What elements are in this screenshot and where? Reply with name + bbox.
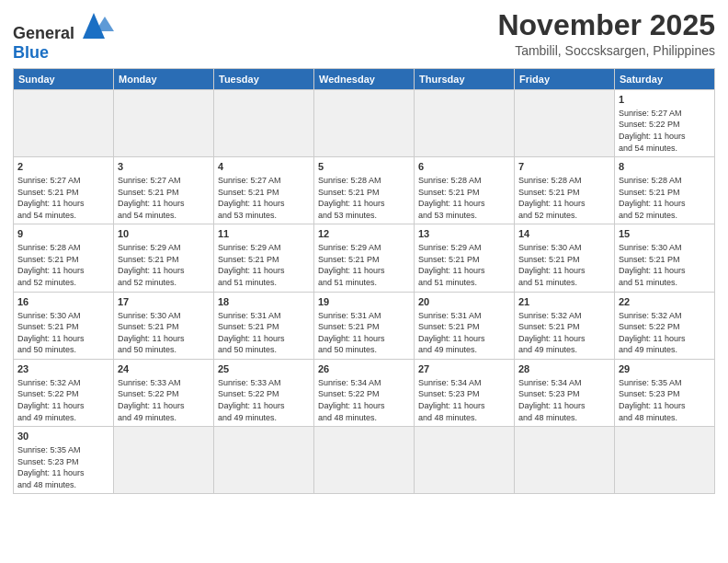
calendar-week-3: 16Sunrise: 5:30 AM Sunset: 5:21 PM Dayli… [14, 292, 715, 359]
calendar-cell: 9Sunrise: 5:28 AM Sunset: 5:21 PM Daylig… [14, 224, 114, 292]
day-info: Sunrise: 5:30 AM Sunset: 5:21 PM Dayligh… [17, 310, 109, 356]
day-number: 27 [418, 362, 510, 376]
day-info: Sunrise: 5:34 AM Sunset: 5:23 PM Dayligh… [418, 377, 510, 423]
calendar-cell: 2Sunrise: 5:27 AM Sunset: 5:21 PM Daylig… [14, 157, 114, 224]
calendar-cell: 18Sunrise: 5:31 AM Sunset: 5:21 PM Dayli… [214, 292, 314, 359]
day-info: Sunrise: 5:27 AM Sunset: 5:21 PM Dayligh… [118, 175, 210, 221]
calendar-cell-empty [114, 90, 214, 157]
day-info: Sunrise: 5:34 AM Sunset: 5:22 PM Dayligh… [318, 377, 410, 423]
calendar-cell: 7Sunrise: 5:28 AM Sunset: 5:21 PM Daylig… [515, 157, 615, 224]
col-header-tuesday: Tuesday [214, 69, 314, 90]
day-info: Sunrise: 5:30 AM Sunset: 5:21 PM Dayligh… [619, 242, 711, 288]
calendar-cell: 14Sunrise: 5:30 AM Sunset: 5:21 PM Dayli… [515, 224, 615, 292]
calendar-cell-empty [214, 427, 314, 494]
day-info: Sunrise: 5:27 AM Sunset: 5:21 PM Dayligh… [17, 175, 109, 221]
day-info: Sunrise: 5:32 AM Sunset: 5:21 PM Dayligh… [518, 310, 610, 356]
day-info: Sunrise: 5:29 AM Sunset: 5:21 PM Dayligh… [218, 242, 310, 288]
day-info: Sunrise: 5:34 AM Sunset: 5:23 PM Dayligh… [518, 377, 610, 423]
day-number: 11 [218, 227, 310, 241]
day-number: 25 [218, 362, 310, 376]
calendar-cell: 12Sunrise: 5:29 AM Sunset: 5:21 PM Dayli… [314, 224, 415, 292]
calendar-cell: 26Sunrise: 5:34 AM Sunset: 5:22 PM Dayli… [314, 359, 415, 426]
day-info: Sunrise: 5:29 AM Sunset: 5:21 PM Dayligh… [318, 242, 410, 288]
day-info: Sunrise: 5:28 AM Sunset: 5:21 PM Dayligh… [518, 175, 610, 221]
day-info: Sunrise: 5:30 AM Sunset: 5:21 PM Dayligh… [118, 310, 210, 356]
calendar-cell-empty [314, 427, 415, 494]
logo-blue: Blue [13, 43, 49, 62]
col-header-sunday: Sunday [14, 69, 114, 90]
calendar-cell: 25Sunrise: 5:33 AM Sunset: 5:22 PM Dayli… [214, 359, 314, 426]
calendar-cell: 28Sunrise: 5:34 AM Sunset: 5:23 PM Dayli… [515, 359, 615, 426]
day-number: 17 [118, 295, 210, 309]
header: General Blue November 2025 Tambilil, Soc… [13, 9, 715, 63]
calendar-week-5: 30Sunrise: 5:35 AM Sunset: 5:23 PM Dayli… [14, 427, 715, 494]
title-area: November 2025 Tambilil, Soccsksargen, Ph… [497, 9, 715, 58]
calendar-cell: 24Sunrise: 5:33 AM Sunset: 5:22 PM Dayli… [114, 359, 214, 426]
day-number: 22 [619, 295, 711, 309]
col-header-wednesday: Wednesday [314, 69, 415, 90]
calendar-cell: 11Sunrise: 5:29 AM Sunset: 5:21 PM Dayli… [214, 224, 314, 292]
day-number: 14 [518, 227, 610, 241]
calendar-cell: 5Sunrise: 5:28 AM Sunset: 5:21 PM Daylig… [314, 157, 415, 224]
day-info: Sunrise: 5:31 AM Sunset: 5:21 PM Dayligh… [218, 310, 310, 356]
day-number: 6 [418, 160, 510, 174]
day-number: 8 [619, 160, 711, 174]
day-number: 21 [518, 295, 610, 309]
calendar-cell: 13Sunrise: 5:29 AM Sunset: 5:21 PM Dayli… [415, 224, 515, 292]
calendar-cell: 27Sunrise: 5:34 AM Sunset: 5:23 PM Dayli… [415, 359, 515, 426]
day-info: Sunrise: 5:28 AM Sunset: 5:21 PM Dayligh… [17, 242, 109, 288]
day-info: Sunrise: 5:32 AM Sunset: 5:22 PM Dayligh… [619, 310, 711, 356]
calendar-cell-empty [415, 427, 515, 494]
page: General Blue November 2025 Tambilil, Soc… [0, 0, 728, 563]
day-info: Sunrise: 5:30 AM Sunset: 5:21 PM Dayligh… [518, 242, 610, 288]
day-number: 19 [318, 295, 410, 309]
calendar-cell-empty [515, 90, 615, 157]
day-info: Sunrise: 5:29 AM Sunset: 5:21 PM Dayligh… [118, 242, 210, 288]
day-info: Sunrise: 5:35 AM Sunset: 5:23 PM Dayligh… [619, 377, 711, 423]
col-header-saturday: Saturday [615, 69, 715, 90]
day-info: Sunrise: 5:28 AM Sunset: 5:21 PM Dayligh… [318, 175, 410, 221]
calendar-cell-empty [214, 90, 314, 157]
calendar-cell: 15Sunrise: 5:30 AM Sunset: 5:21 PM Dayli… [615, 224, 715, 292]
calendar-header-row: SundayMondayTuesdayWednesdayThursdayFrid… [14, 69, 715, 90]
calendar-week-1: 2Sunrise: 5:27 AM Sunset: 5:21 PM Daylig… [14, 157, 715, 224]
calendar-cell-empty [515, 427, 615, 494]
day-info: Sunrise: 5:33 AM Sunset: 5:22 PM Dayligh… [118, 377, 210, 423]
day-number: 16 [17, 295, 109, 309]
day-info: Sunrise: 5:28 AM Sunset: 5:21 PM Dayligh… [418, 175, 510, 221]
calendar-week-0: 1Sunrise: 5:27 AM Sunset: 5:22 PM Daylig… [14, 90, 715, 157]
calendar-week-4: 23Sunrise: 5:32 AM Sunset: 5:22 PM Dayli… [14, 359, 715, 426]
calendar-cell: 29Sunrise: 5:35 AM Sunset: 5:23 PM Dayli… [615, 359, 715, 426]
day-info: Sunrise: 5:33 AM Sunset: 5:22 PM Dayligh… [218, 377, 310, 423]
day-number: 7 [518, 160, 610, 174]
calendar-cell-empty [615, 427, 715, 494]
day-number: 10 [118, 227, 210, 241]
day-number: 18 [218, 295, 310, 309]
logo: General Blue [13, 13, 116, 63]
day-number: 15 [619, 227, 711, 241]
day-number: 12 [318, 227, 410, 241]
day-number: 5 [318, 160, 410, 174]
day-info: Sunrise: 5:29 AM Sunset: 5:21 PM Dayligh… [418, 242, 510, 288]
calendar-cell: 19Sunrise: 5:31 AM Sunset: 5:21 PM Dayli… [314, 292, 415, 359]
day-info: Sunrise: 5:35 AM Sunset: 5:23 PM Dayligh… [17, 444, 109, 490]
calendar-cell: 6Sunrise: 5:28 AM Sunset: 5:21 PM Daylig… [415, 157, 515, 224]
calendar-cell: 1Sunrise: 5:27 AM Sunset: 5:22 PM Daylig… [615, 90, 715, 157]
calendar-week-2: 9Sunrise: 5:28 AM Sunset: 5:21 PM Daylig… [14, 224, 715, 292]
calendar-cell-empty [314, 90, 415, 157]
day-info: Sunrise: 5:27 AM Sunset: 5:22 PM Dayligh… [619, 108, 711, 154]
calendar-cell: 30Sunrise: 5:35 AM Sunset: 5:23 PM Dayli… [14, 427, 114, 494]
logo-general: General [13, 24, 74, 42]
day-number: 13 [418, 227, 510, 241]
calendar-cell: 3Sunrise: 5:27 AM Sunset: 5:21 PM Daylig… [114, 157, 214, 224]
col-header-friday: Friday [515, 69, 615, 90]
calendar-cell: 17Sunrise: 5:30 AM Sunset: 5:21 PM Dayli… [114, 292, 214, 359]
day-number: 1 [619, 93, 711, 107]
col-header-thursday: Thursday [415, 69, 515, 90]
day-number: 23 [17, 362, 109, 376]
logo-text: General Blue [13, 13, 116, 63]
calendar-cell: 16Sunrise: 5:30 AM Sunset: 5:21 PM Dayli… [14, 292, 114, 359]
calendar-cell: 4Sunrise: 5:27 AM Sunset: 5:21 PM Daylig… [214, 157, 314, 224]
calendar-cell: 21Sunrise: 5:32 AM Sunset: 5:21 PM Dayli… [515, 292, 615, 359]
calendar-table: SundayMondayTuesdayWednesdayThursdayFrid… [13, 68, 715, 494]
